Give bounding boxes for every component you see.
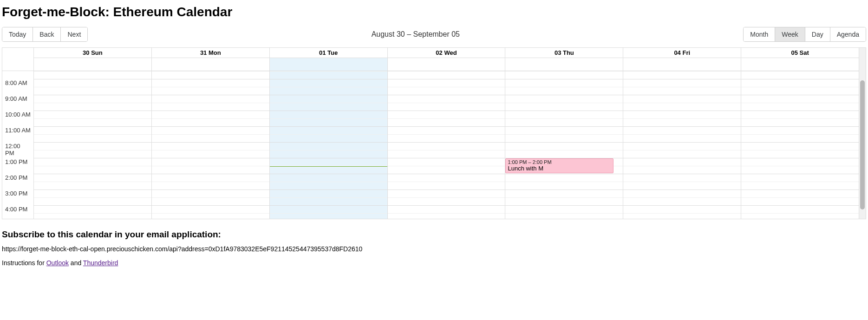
day-header: 02 Wed <box>388 48 505 58</box>
day-column[interactable]: 02 Wed <box>388 48 506 219</box>
hour-label: 4:00 PM <box>2 206 33 219</box>
back-button[interactable]: Back <box>33 27 61 41</box>
day-header: 03 Thu <box>505 48 623 58</box>
day-column[interactable]: 31 Mon <box>152 48 270 219</box>
subscribe-url: https://forget-me-block-eth-cal-open.pre… <box>2 245 866 253</box>
instructions-prefix: Instructions for <box>2 259 46 267</box>
day-column[interactable]: 01 Tue <box>270 48 388 219</box>
day-column[interactable]: 03 Thu1:00 PM – 2:00 PMLunch with M <box>505 48 623 219</box>
hour-label: 3:00 PM <box>2 190 33 206</box>
day-body[interactable] <box>623 71 741 219</box>
day-body[interactable] <box>34 71 151 219</box>
calendar-grid: 7:00 AM8:00 AM9:00 AM10:00 AM11:00 AM12:… <box>2 47 866 219</box>
today-button[interactable]: Today <box>2 27 33 41</box>
day-body[interactable] <box>388 71 505 219</box>
hour-label: 9:00 AM <box>2 95 33 111</box>
event-title: Lunch with M <box>508 165 611 172</box>
day-body[interactable]: 1:00 PM – 2:00 PMLunch with M <box>505 71 623 219</box>
hour-label: 7:00 AM <box>2 71 33 79</box>
day-header: 04 Fri <box>623 48 741 58</box>
hour-label: 2:00 PM <box>2 174 33 190</box>
time-gutter: 7:00 AM8:00 AM9:00 AM10:00 AM11:00 AM12:… <box>2 48 34 219</box>
hour-label: 11:00 AM <box>2 127 33 143</box>
days-container: 30 Sun31 Mon01 Tue02 Wed03 Thu1:00 PM – … <box>34 48 859 219</box>
day-header: 05 Sat <box>741 48 859 58</box>
calendar-event[interactable]: 1:00 PM – 2:00 PMLunch with M <box>505 158 613 173</box>
date-range-label: August 30 – September 05 <box>372 30 460 39</box>
instructions-line: Instructions for Outlook and Thunderbird <box>2 259 866 267</box>
allday-row[interactable] <box>270 58 387 71</box>
scrollbar-thumb[interactable] <box>860 80 865 209</box>
thunderbird-link[interactable]: Thunderbird <box>83 259 118 267</box>
view-day-button[interactable]: Day <box>805 27 830 41</box>
view-week-button[interactable]: Week <box>775 27 805 41</box>
instructions-and: and <box>69 259 83 267</box>
day-body[interactable] <box>152 71 269 219</box>
day-column[interactable]: 30 Sun <box>34 48 152 219</box>
day-body[interactable] <box>741 71 859 219</box>
day-body[interactable] <box>270 71 387 219</box>
page-title: Forget-me-Block: Ethereum Calendar <box>2 5 866 20</box>
nav-button-group: Today Back Next <box>2 27 88 42</box>
day-header: 30 Sun <box>34 48 151 58</box>
allday-row[interactable] <box>741 58 859 71</box>
allday-row[interactable] <box>34 58 151 71</box>
view-agenda-button[interactable]: Agenda <box>830 27 866 41</box>
view-month-button[interactable]: Month <box>744 27 775 41</box>
calendar-toolbar: Today Back Next August 30 – September 05… <box>2 27 866 42</box>
allday-row[interactable] <box>152 58 269 71</box>
day-header: 01 Tue <box>270 48 387 58</box>
allday-row[interactable] <box>505 58 623 71</box>
day-column[interactable]: 05 Sat <box>741 48 859 219</box>
next-button[interactable]: Next <box>61 27 87 41</box>
hour-label: 10:00 AM <box>2 111 33 127</box>
hour-label: 8:00 AM <box>2 79 33 95</box>
allday-row[interactable] <box>623 58 741 71</box>
event-time: 1:00 PM – 2:00 PM <box>508 159 611 165</box>
day-header: 31 Mon <box>152 48 269 58</box>
hour-label: 1:00 PM <box>2 158 33 174</box>
allday-row[interactable] <box>388 58 505 71</box>
calendar-scrollbar[interactable] <box>859 48 866 219</box>
view-button-group: Month Week Day Agenda <box>743 27 866 42</box>
subscribe-heading: Subscribe to this calendar in your email… <box>2 229 866 240</box>
current-time-indicator <box>270 166 387 167</box>
outlook-link[interactable]: Outlook <box>46 259 69 267</box>
hour-label: 12:00 PM <box>2 143 33 158</box>
day-column[interactable]: 04 Fri <box>623 48 741 219</box>
